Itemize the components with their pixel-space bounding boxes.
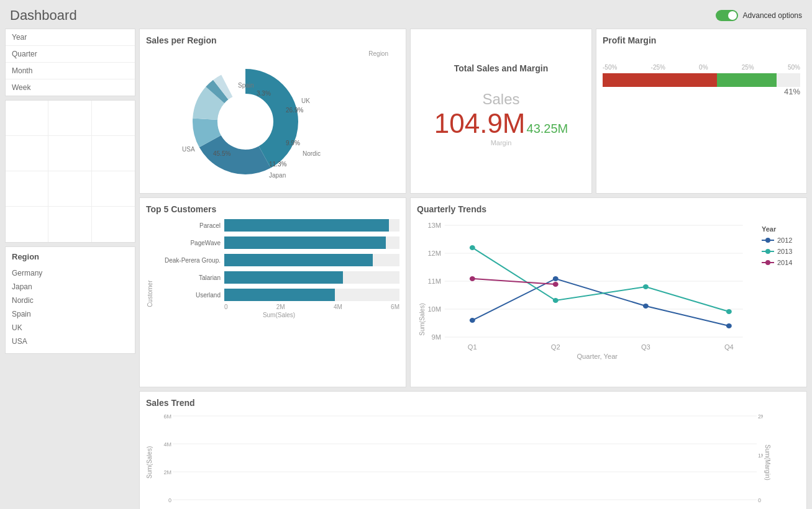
svg-text:Q2: Q2	[551, 344, 560, 351]
pm-percentage: 41%	[603, 87, 800, 96]
svg-text:Nordic: Nordic	[303, 150, 321, 157]
region-spain[interactable]: Spain	[12, 307, 129, 321]
svg-text:4M: 4M	[163, 441, 171, 448]
svg-text:10M: 10M	[427, 306, 441, 313]
region-uk[interactable]: UK	[12, 321, 129, 335]
pm-axis-n50: -50%	[603, 64, 617, 71]
legend-item-2012: 2012	[762, 236, 800, 244]
region-nordic[interactable]: Nordic	[12, 294, 129, 307]
svg-point-32	[470, 318, 475, 323]
svg-text:0: 0	[758, 497, 761, 503]
profit-margin-panel: Profit Margin -50% -25% 0% 25% 50%	[596, 29, 807, 194]
table-row: Userland	[158, 289, 399, 301]
svg-text:UK: UK	[301, 97, 310, 104]
svg-text:Spain: Spain	[238, 82, 254, 89]
svg-point-47	[765, 260, 770, 265]
svg-point-41	[553, 282, 559, 287]
filter-quarter[interactable]: Quarter	[6, 46, 135, 63]
legend-label-2012: 2012	[777, 236, 792, 244]
top-customers-panel: Top 5 Customers Customer Paracel	[139, 197, 406, 387]
qt-legend-title: Year	[762, 225, 800, 233]
pm-axis-0: 0%	[699, 64, 708, 71]
svg-text:Q1: Q1	[468, 344, 477, 351]
advanced-options-toggle[interactable]	[716, 10, 738, 21]
region-legend-label: Region	[368, 50, 388, 57]
customers-x-label: Sum(Sales)	[158, 312, 399, 318]
svg-text:3.3%: 3.3%	[257, 90, 271, 97]
page-title: Dashboard	[10, 7, 77, 24]
sales-trend-panel: Sales Trend Sum(Sales) 0 2M 4M	[139, 391, 807, 509]
svg-text:Quarter, Year: Quarter, Year	[577, 353, 618, 360]
sidebar: Year Quarter Month Week	[5, 29, 135, 509]
sales-per-region-panel: Sales per Region Region	[139, 29, 406, 194]
pm-bar-green	[717, 73, 776, 87]
legend-label-2013: 2013	[777, 248, 792, 255]
svg-text:Q4: Q4	[724, 344, 734, 351]
customers-y-label: Customer	[147, 280, 153, 307]
region-usa[interactable]: USA	[12, 335, 129, 348]
legend-label-2014: 2014	[777, 259, 792, 266]
svg-point-6	[219, 96, 271, 148]
pm-axis-25: 25%	[742, 64, 754, 71]
customer-bar	[224, 219, 389, 232]
svg-text:9M: 9M	[432, 334, 441, 341]
svg-point-35	[726, 323, 732, 328]
margin-value: 43.25M	[527, 122, 568, 136]
svg-point-40	[470, 276, 475, 281]
profit-margin-title: Profit Margin	[603, 35, 800, 45]
svg-point-45	[765, 249, 770, 254]
pm-axis-50: 50%	[788, 64, 800, 71]
svg-point-39	[726, 309, 732, 314]
svg-text:12M: 12M	[427, 250, 441, 257]
sales-trend-chart: 0 2M 4M 6M 0 1M 2M	[154, 413, 763, 509]
svg-point-34	[643, 304, 649, 309]
filter-group: Year Quarter Month Week	[5, 29, 135, 96]
quarterly-chart: 13M 12M 11M 10M 9M Q1 Q2 Q3 Q4	[417, 219, 757, 362]
total-sales-title: Total Sales and Margin	[454, 63, 548, 73]
table-row: PageWave	[158, 236, 399, 249]
svg-point-38	[643, 284, 649, 289]
svg-text:1M: 1M	[758, 453, 763, 459]
pm-bar	[603, 73, 800, 87]
region-germany[interactable]: Germany	[12, 266, 129, 280]
sidebar-grid	[5, 100, 135, 243]
svg-text:2M: 2M	[758, 413, 763, 420]
region-japan[interactable]: Japan	[12, 280, 129, 294]
svg-point-43	[765, 238, 770, 243]
svg-text:0: 0	[168, 497, 171, 503]
x-axis-ticks: 0 2M 4M 6M	[158, 304, 399, 310]
svg-point-33	[553, 276, 559, 281]
customer-bar	[224, 236, 386, 249]
total-sales-panel: Total Sales and Margin Sales 104.9M 43.2…	[410, 29, 592, 194]
sales-label: Sales	[434, 91, 568, 108]
table-row: Paracel	[158, 219, 399, 232]
svg-text:11.3%: 11.3%	[269, 161, 286, 168]
filter-month[interactable]: Month	[6, 63, 135, 79]
pm-bar-red	[603, 73, 717, 87]
region-filter: Region Germany Japan Nordic Spain UK USA	[5, 246, 135, 354]
trend-y-right-label: Sum(Margin)	[764, 413, 771, 509]
customer-bar	[224, 271, 343, 284]
customer-name: PageWave	[158, 240, 221, 246]
svg-text:6M: 6M	[163, 413, 171, 420]
sales-trend-title: Sales Trend	[146, 398, 800, 408]
customer-bars: Paracel PageWave	[158, 219, 399, 301]
table-row: Talarian	[158, 271, 399, 284]
customer-name: Paracel	[158, 222, 221, 229]
advanced-options-label: Advanced options	[743, 11, 802, 20]
svg-text:Q3: Q3	[641, 344, 650, 351]
svg-point-36	[470, 245, 475, 250]
advanced-options-control[interactable]: Advanced options	[716, 10, 802, 21]
svg-text:9.9%: 9.9%	[286, 140, 300, 146]
svg-text:Japan: Japan	[269, 172, 286, 179]
customer-bar	[224, 254, 373, 266]
filter-week[interactable]: Week	[6, 79, 135, 96]
donut-chart: Region	[146, 50, 395, 187]
sales-region-title: Sales per Region	[146, 35, 399, 45]
svg-text:2M: 2M	[163, 469, 171, 475]
svg-text:13M: 13M	[427, 222, 441, 229]
top-customers-title: Top 5 Customers	[146, 204, 399, 214]
svg-text:USA: USA	[182, 146, 195, 153]
filter-year[interactable]: Year	[6, 29, 135, 46]
customer-name: Userland	[158, 292, 221, 299]
